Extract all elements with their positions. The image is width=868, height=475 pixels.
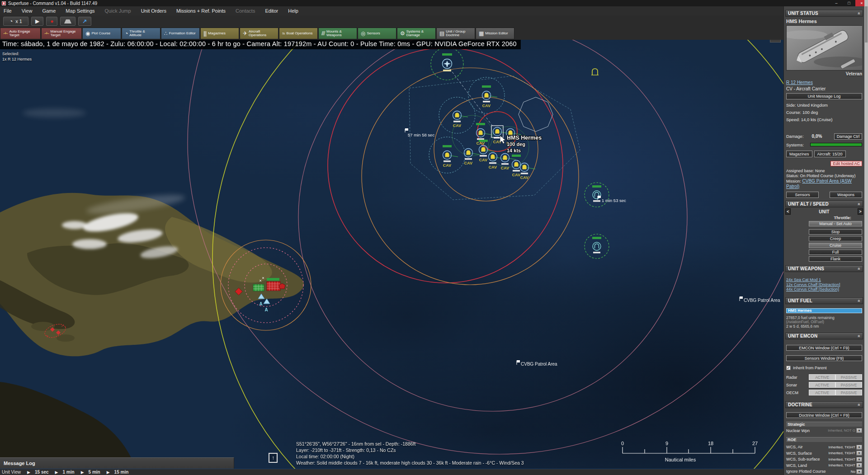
unit-view-label[interactable]: Unit View [2,470,21,475]
unit-weapons-header[interactable]: UNIT WEAPONS » [785,265,863,272]
menu-view[interactable]: View [22,8,33,14]
oecm-active-toggle[interactable]: ACTIVE [809,390,835,395]
collapse-icon[interactable]: » [857,268,862,270]
scrollbar-thumb[interactable] [865,6,868,42]
sensors-button[interactable]: ◎ Sensors [358,28,396,39]
wcs-air-dropdown[interactable]: ▼ [856,445,862,450]
menu-file[interactable]: File [4,8,12,14]
sonar-passive-toggle[interactable]: PASSIVE [835,382,862,388]
inherit-parent-checkbox[interactable]: ✓ [786,366,791,370]
map-canvas[interactable]: CAV CAV CAV [0,40,783,475]
menu-editor[interactable]: Editor [265,8,278,14]
menu-missions-ref-points[interactable]: Missions + Ref. Points [176,8,226,14]
sensors-window-button[interactable]: Sensors Window (F9) [786,355,862,361]
play-1min-icon[interactable]: ▶ [55,470,58,475]
edit-hosted-ac-button[interactable]: Edit hosted AC [830,161,862,166]
experience-badge: Veteran [786,71,862,76]
wcs-surface-dropdown[interactable]: ▼ [856,451,862,456]
play-15sec-icon[interactable]: ▶ [27,470,30,475]
menu-unit-orders[interactable]: Unit Orders [141,8,166,14]
plot-course-button[interactable]: ◉ Plot Course [82,28,121,39]
formation-editor-button[interactable]: ∴ Formation Editor [161,28,200,39]
minimize-button[interactable]: – [830,0,843,6]
play-15min-icon[interactable]: ▶ [107,470,110,475]
unit-emcon-header[interactable]: UNIT EMCON » [785,333,863,339]
record-button[interactable]: ● [46,17,57,26]
wcs-subsurface-dropdown[interactable]: ▼ [856,457,862,462]
radar-passive-toggle[interactable]: PASSIVE [835,374,862,380]
mounts-weapons-button[interactable]: /// Mounts & Weapons [318,28,357,39]
refpoint-label: CVBG Patrol Area [744,298,780,303]
throttle-altitude-button[interactable]: ◔ Throttle & Altitude [122,28,160,39]
unit-db-link[interactable]: R 12 Hermes [786,80,813,85]
unit-alt-speed-header[interactable]: UNIT ALT / SPEED » [785,201,863,207]
section-title: DOCTRINE [788,402,812,407]
mission-editor-button[interactable]: ▦ Mission Editor [476,28,514,39]
sonar-active-toggle[interactable]: ACTIVE [809,382,835,388]
wcs-surface-label: WCS, Surface [786,451,829,456]
unit-group-doctrine-button[interactable]: ▤ Unit / Group Doctrine [436,28,475,39]
refpoint-patrol-east[interactable]: CVBG Patrol Area [740,296,780,303]
magazines-button[interactable]: ||| Magazines [200,28,239,39]
selected-label: Selected: [2,51,32,56]
weapon-link-seacat[interactable]: 24x Sea Cat Mod 1 [786,277,862,282]
weapon-link-chaff-seduction[interactable]: 44x Corvus Chaff [Seduction] [786,287,862,292]
collapse-icon[interactable]: » [857,335,862,338]
magazines-sidebar-button[interactable]: Magazines [786,150,812,157]
quick-jump-button[interactable]: ↗ [78,17,91,26]
throttle-creep-button[interactable]: Creep [809,236,862,241]
oecm-passive-toggle[interactable]: PASSIVE [835,390,862,395]
collapse-icon[interactable]: » [857,12,862,15]
time-compression-button[interactable]: ◔ x 1 [3,17,28,26]
radar-active-toggle[interactable]: ACTIVE [809,374,835,380]
throttle-flank-button[interactable]: Flank [809,256,862,262]
message-log-bar[interactable]: Message Log [0,457,234,469]
collapse-icon[interactable]: » [857,404,862,406]
fuel-selected-unit[interactable]: HMS Hermes [786,308,862,313]
menu-game[interactable]: Game [42,8,56,14]
wcs-land-dropdown[interactable]: ▼ [856,463,862,468]
throttle-full-button[interactable]: Full [809,249,862,255]
damage-ctrl-button[interactable]: Damage Ctrl [834,133,862,140]
refpoint-patrol-south[interactable]: CVBG Patrol Area [517,360,557,367]
boat-operations-button[interactable]: ≈ Boat Operations [279,28,318,39]
recorder-button[interactable] [60,17,75,26]
doctrine-window-button[interactable]: Doctrine Window (Ctrl + F9) [786,412,862,418]
step-1min[interactable]: 1 min [63,470,75,475]
manual-engage-target-button[interactable]: -+- Manual Engage Target [41,28,82,39]
menu-help[interactable]: Help [288,8,298,14]
tactical-map[interactable]: CAV CAV CAV [0,40,783,475]
unit-prev-button[interactable]: < [785,208,791,215]
step-15sec[interactable]: 15 sec [35,470,49,475]
unit-message-log-button[interactable]: Unit Message Log [786,93,862,99]
maximize-button[interactable]: □ [843,0,855,6]
play-button[interactable]: ▶ [31,17,43,26]
step-5min[interactable]: 5 min [89,470,100,475]
doctrine-header[interactable]: DOCTRINE » [785,401,863,408]
wcs-subsurface-value: Inherited, TIGHT [829,457,855,461]
aircraft-count-button[interactable]: Aircraft: 15/20 [814,150,846,157]
aircraft-operations-button[interactable]: ✈ Aircraft Operations [240,28,278,39]
unit-next-button[interactable]: > [858,208,863,215]
nuclear-wpn-dropdown[interactable]: ▼ [856,428,862,433]
unit-fuel-header[interactable]: UNIT FUEL » [785,297,863,304]
weapons-tab-button[interactable]: Weapons [830,192,862,198]
menu-map-settings[interactable]: Map Settings [66,8,94,14]
collapse-icon[interactable]: » [857,299,862,302]
throttle-stop-button[interactable]: Stop [809,229,862,235]
play-5min-icon[interactable]: ▶ [81,470,84,475]
sensors-tab-button[interactable]: Sensors [786,192,819,198]
collapse-icon[interactable]: » [857,203,862,206]
emcon-window-button[interactable]: EMCON Window (Ctrl + F9) [786,345,862,351]
weapon-link-chaff-distraction[interactable]: 12x Corvus Chaff [Distraction] [786,282,862,287]
unit-status-header[interactable]: UNIT STATUS » [785,10,863,17]
auto-engage-target-button[interactable]: -+- Auto Engage Target [0,28,41,39]
step-15min[interactable]: 15 min [114,470,129,475]
throttle-cruise-button[interactable]: Cruise [809,243,862,248]
ignore-plotted-course-dropdown[interactable]: ▼ [856,469,862,474]
nuclear-wpn-label: Nuclear Wpn [786,428,828,433]
throttle-manual-button[interactable]: Manual - Set Auto [809,221,862,226]
sidebar-scrollbar[interactable] [864,0,868,475]
mission-label: Mission: [786,179,801,183]
systems-damage-button[interactable]: ⚙ Systems & Damage [397,28,436,39]
